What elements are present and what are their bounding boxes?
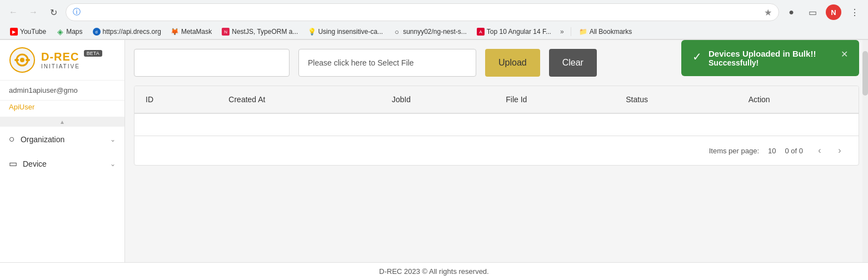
table-header-row: ID Created At JobId File Id Status Actio… [134, 86, 859, 113]
angular-favicon-icon: A [477, 28, 485, 36]
drecs-favicon-icon: d [93, 28, 101, 36]
bookmark-drecs[interactable]: d https://api.drecs.org [88, 26, 166, 37]
all-bookmarks-button[interactable]: 📁 All Bookmarks [575, 26, 637, 37]
security-icon: ⓘ [73, 7, 81, 17]
all-bookmarks-label: All Bookmarks [590, 28, 632, 36]
chevron-down-icon-device: ⌄ [110, 160, 116, 168]
data-table-container: ID Created At JobId File Id Status Actio… [134, 86, 859, 166]
person-circle-icon: ○ [9, 133, 15, 145]
notification-text: Devices Uploaded in Bulk!! Successfully! [709, 49, 834, 67]
youtube-favicon-icon: ▶ [10, 28, 18, 36]
bulb-favicon-icon: 💡 [308, 28, 316, 36]
upload-button[interactable]: Upload [485, 49, 540, 77]
bookmark-nestjs-label: NestJS, TypeORM a... [232, 28, 298, 36]
main-content: apiuser1_org Please click here to Select… [125, 40, 868, 280]
column-id: ID [134, 86, 217, 113]
reload-button[interactable]: ↻ [46, 4, 61, 20]
check-icon: ✓ [692, 50, 702, 63]
table-empty-row [134, 113, 859, 136]
pagination-range: 0 of 0 [785, 147, 803, 155]
scrollbar-thumb[interactable] [862, 51, 868, 96]
column-created-at: Created At [217, 86, 381, 113]
bookmark-drecs-label: https://api.drecs.org [103, 28, 161, 36]
sidebar-item-organization[interactable]: ○ Organization ⌄ [0, 127, 124, 152]
logo-sub: INITIATIVE [41, 63, 102, 69]
split-screen-icon[interactable]: ▭ [805, 4, 820, 20]
footer-text: D-REC 2023 © All rights reserved. [379, 267, 488, 276]
column-jobid: JobId [381, 86, 495, 113]
url-input[interactable]: localhost:4200/device/bulk_upload [85, 8, 760, 17]
browser-chrome: ← → ↻ ⓘ localhost:4200/device/bulk_uploa… [0, 0, 868, 40]
sidebar-org-label: ○ Organization [9, 133, 64, 145]
bookmark-maps-label: Maps [66, 28, 82, 36]
sidebar-nav: ○ Organization ⌄ ▭ Device ⌄ [0, 127, 124, 276]
sidebar-user-role: ApiUser [0, 101, 124, 117]
bookmarks-divider [571, 27, 571, 36]
notification-subtitle: Successfully! [709, 58, 834, 67]
notification-title: Devices Uploaded in Bulk!! [709, 49, 834, 58]
sidebar-device-text: Device [23, 159, 47, 168]
bookmarks-more-button[interactable]: » [557, 26, 567, 37]
browser-action-icons: ● ▭ N ⋮ [784, 4, 862, 20]
sidebar-org-text: Organization [21, 135, 64, 144]
sidebar-scroll-up: ▲ [0, 117, 124, 127]
back-button[interactable]: ← [6, 4, 21, 20]
sidebar-item-device[interactable]: ▭ Device ⌄ [0, 152, 124, 176]
extensions-icon[interactable]: ● [784, 4, 799, 20]
forward-button[interactable]: → [26, 4, 41, 20]
browser-toolbar: ← → ↻ ⓘ localhost:4200/device/bulk_uploa… [0, 0, 868, 24]
address-bar: ⓘ localhost:4200/device/bulk_upload ★ [66, 3, 779, 21]
org-input[interactable]: apiuser1_org [134, 49, 290, 77]
table-body [134, 113, 859, 136]
column-action: Action [737, 86, 859, 113]
sidebar-user-email: admin1apiuser@gmo [0, 81, 124, 101]
items-per-page-value: 10 [768, 147, 776, 155]
bookmark-metamask[interactable]: 🦊 MetaMask [167, 26, 216, 37]
svg-rect-3 [14, 59, 19, 61]
bookmark-github-label: sunnyy02/ng-nest-s... [403, 28, 467, 36]
chevron-down-icon: ⌄ [110, 136, 116, 143]
sidebar-device-label: ▭ Device [9, 158, 47, 169]
logo-text: D-REC BETA INITIATIVE [41, 51, 102, 69]
svg-rect-4 [26, 59, 30, 61]
bookmark-angular[interactable]: A Top 10 Angular 14 F... [472, 26, 556, 37]
bookmark-github[interactable]: ○ sunnyy02/ng-nest-s... [388, 26, 471, 37]
footer: D-REC 2023 © All rights reserved. [0, 262, 868, 280]
pagination-nav: ‹ › [812, 143, 847, 158]
metamask-favicon-icon: 🦊 [171, 28, 179, 36]
bookmark-youtube[interactable]: ▶ YouTube [6, 26, 51, 37]
drec-logo-icon [9, 47, 36, 73]
items-per-page-label: Items per page: [709, 147, 759, 155]
star-icon[interactable]: ★ [764, 7, 772, 18]
folder-icon: 📁 [579, 28, 587, 36]
bookmark-angular-label: Top 10 Angular 14 F... [487, 28, 551, 36]
beta-badge: BETA [84, 50, 102, 57]
table-header: ID Created At JobId File Id Status Actio… [134, 86, 859, 113]
maps-favicon-icon: ◈ [56, 28, 64, 36]
bookmarks-bar: ▶ YouTube ◈ Maps d https://api.drecs.org… [0, 24, 868, 39]
table-pagination: Items per page: 10 0 of 0 ‹ › [134, 136, 859, 165]
bookmark-bulb[interactable]: 💡 Using insensitive-ca... [303, 26, 387, 37]
success-notification: ✓ Devices Uploaded in Bulk!! Successfull… [681, 40, 859, 76]
nestjs-favicon-icon: N [222, 28, 230, 36]
column-file-id: File Id [495, 86, 615, 113]
column-status: Status [615, 86, 737, 113]
bookmark-maps[interactable]: ◈ Maps [52, 26, 87, 37]
menu-icon[interactable]: ⋮ [847, 4, 862, 20]
clear-button[interactable]: Clear [549, 49, 597, 77]
bookmark-nestjs[interactable]: N NestJS, TypeORM a... [217, 26, 302, 37]
bookmark-bulb-label: Using insensitive-ca... [318, 28, 383, 36]
logo-name: D-REC BETA [41, 51, 102, 63]
file-select-button[interactable]: Please click here to Select File [298, 49, 476, 77]
right-scrollbar[interactable] [862, 40, 868, 280]
pagination-prev-button[interactable]: ‹ [812, 143, 827, 158]
app-container: D-REC BETA INITIATIVE admin1apiuser@gmo … [0, 40, 868, 280]
bookmark-youtube-label: YouTube [20, 28, 46, 36]
pagination-next-button[interactable]: › [832, 143, 847, 158]
svg-point-2 [20, 58, 24, 62]
sidebar: D-REC BETA INITIATIVE admin1apiuser@gmo … [0, 40, 125, 280]
notification-close-button[interactable]: ✕ [841, 49, 848, 59]
sidebar-logo: D-REC BETA INITIATIVE [0, 40, 124, 81]
profile-avatar[interactable]: N [826, 4, 841, 20]
github-favicon-icon: ○ [393, 28, 401, 36]
